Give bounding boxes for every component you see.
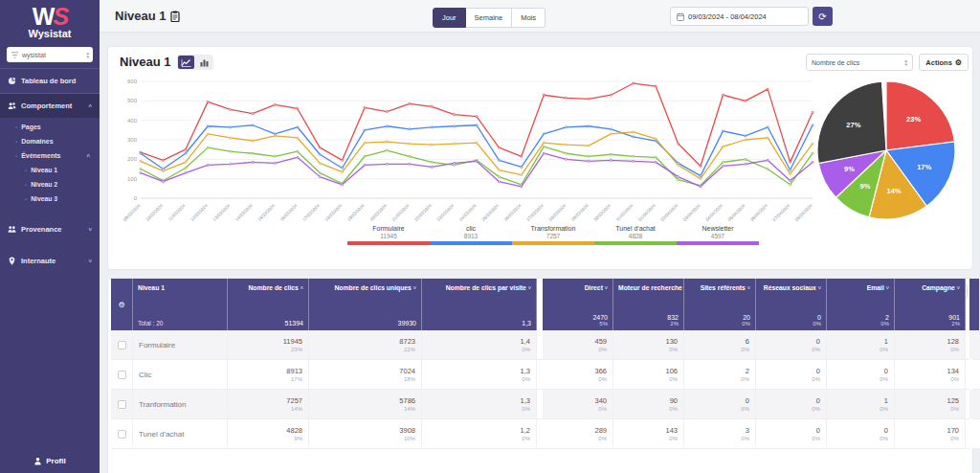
sidebar-item-domaines[interactable]: ◦Domaines: [0, 134, 100, 148]
svg-text:12/03/2024: 12/03/2024: [189, 203, 209, 222]
source-cell: 20%: [684, 360, 756, 389]
column-header[interactable]: Email ˅ 20%: [827, 279, 895, 330]
profile-button[interactable]: Profil: [0, 457, 100, 465]
source-cell: 4590%: [543, 330, 613, 359]
svg-text:28/03/2024: 28/03/2024: [548, 203, 568, 222]
calendar-icon: [677, 12, 684, 21]
svg-text:23/03/2024: 23/03/2024: [436, 203, 456, 222]
sidebar-item-evenements[interactable]: ◦Événements˄: [0, 148, 100, 163]
date-range-input[interactable]: 09/03/2024 - 08/04/2024: [670, 7, 809, 26]
sidebar-item-label: Provenance: [21, 225, 62, 234]
sidebar-item-comportement[interactable]: Comportement ˄: [0, 94, 100, 118]
svg-text:600: 600: [127, 79, 138, 84]
column-header[interactable]: Nombre de clics ˄ 51394: [228, 279, 309, 330]
bullet-icon: ◦: [15, 139, 17, 145]
column-header[interactable]: Réseaux sociaux ˅ 00%: [756, 279, 827, 330]
table-row[interactable]: Formulaire1194523%872322%1,40%4590%1300%…: [111, 330, 969, 360]
legend-item[interactable]: Transformation 7257: [512, 225, 594, 245]
gear-icon: ⚙: [118, 301, 124, 309]
sidebar: WS Wysistat wysistat ▴▾ Tableau de bord …: [0, 0, 100, 473]
refresh-button[interactable]: ⟳: [813, 7, 833, 26]
legend-label: Formulaire: [347, 225, 430, 232]
source-cell: 00%: [827, 419, 895, 448]
svg-text:400: 400: [127, 118, 138, 124]
sidebar-item-niveau-1[interactable]: ◦Niveau 1: [0, 163, 100, 177]
logo-mark: WS: [0, 5, 100, 28]
bar-chart-toggle[interactable]: [196, 56, 212, 69]
metric-cell: 1,20%: [422, 419, 537, 448]
legend-value: 4597: [677, 233, 759, 239]
period-button-jour[interactable]: Jour: [433, 8, 466, 28]
metric-cell: 1,30%: [422, 360, 537, 389]
sidebar-item-pages[interactable]: ◦Pages: [0, 120, 100, 134]
sidebar-item-label: Internaute: [21, 257, 56, 265]
column-header[interactable]: Campagne ˅ 9012%: [895, 279, 966, 330]
metric-cell: 872322%: [309, 330, 422, 359]
legend-item[interactable]: clic 8913: [430, 225, 512, 245]
bullet-icon: ◦: [25, 196, 27, 202]
column-settings-header[interactable]: ⚙: [111, 279, 133, 330]
sidebar-item-niveau-3[interactable]: ◦Niveau 3: [0, 191, 100, 206]
logo[interactable]: WS Wysistat: [0, 0, 100, 39]
actions-label: Actions: [925, 58, 952, 67]
column-header[interactable]: Direct ˅ 24705%: [543, 279, 613, 330]
row-checkbox[interactable]: [118, 371, 126, 379]
sidebar-item-internaute[interactable]: Internaute ˅: [0, 249, 100, 273]
legend-item[interactable]: Tunel d'achat 4828: [594, 225, 677, 245]
svg-text:27%: 27%: [846, 121, 860, 129]
sidebar-item-label: Niveau 2: [31, 181, 57, 188]
bullet-icon: ◦: [25, 168, 27, 173]
sidebar-item-niveau-2[interactable]: ◦Niveau 2: [0, 177, 100, 191]
column-header[interactable]: Moteur de recherche ˅ 8322%: [613, 279, 684, 330]
period-button-semaine[interactable]: Semaine: [466, 8, 513, 28]
svg-text:16/03/2024: 16/03/2024: [279, 203, 299, 222]
chevron-down-icon: ˅: [88, 227, 92, 233]
svg-text:24/03/2024: 24/03/2024: [458, 203, 478, 222]
row-checkbox[interactable]: [118, 341, 126, 349]
source-cell: 1250%: [895, 390, 966, 418]
clipboard-icon[interactable]: [170, 11, 180, 22]
row-checkbox[interactable]: [118, 430, 126, 439]
site-select[interactable]: wysistat ▴▾: [7, 47, 93, 62]
column-header[interactable]: Nombre de clics par visite ˅ 1,3: [422, 279, 537, 330]
row-name-cell: Formulaire: [133, 330, 228, 359]
row-checkbox[interactable]: [118, 400, 126, 409]
svg-text:300: 300: [127, 137, 138, 143]
column-header[interactable]: Sites référents ˅ 200%: [684, 279, 756, 330]
cut-cell: [969, 419, 980, 448]
date-range-value: 09/03/2024 - 08/04/2024: [688, 12, 767, 21]
line-chart[interactable]: 010020030040050060009/03/202410/03/20241…: [112, 74, 820, 232]
table-row[interactable]: Tunel d'achat48289%390810%1,20%2890%1430…: [111, 419, 969, 449]
table-row[interactable]: Clic891317%702418%1,30%3660%1060%20%00%0…: [111, 360, 969, 390]
source-cell: 900%: [613, 390, 684, 418]
person-icon: [33, 457, 42, 465]
legend-item[interactable]: Formulaire 11945: [347, 225, 430, 245]
sidebar-item-provenance[interactable]: Provenance ˅: [0, 217, 100, 241]
svg-text:15/03/2024: 15/03/2024: [256, 203, 276, 222]
svg-text:21/03/2024: 21/03/2024: [391, 203, 411, 222]
chart-metric-select[interactable]: Nombre de clics ▴▾: [806, 54, 913, 71]
metric-cell: 1,40%: [422, 330, 537, 359]
actions-button[interactable]: Actions ⚙: [919, 54, 969, 71]
svg-text:19/03/2024: 19/03/2024: [346, 203, 366, 222]
table-row[interactable]: Tranformation725714%578614%1,30%3400%900…: [111, 390, 969, 419]
svg-text:500: 500: [127, 98, 138, 103]
chart-metric-value: Nombre de clics: [812, 59, 904, 66]
svg-text:22/03/2024: 22/03/2024: [413, 203, 433, 222]
sidebar-item-tableau-de-bord[interactable]: Tableau de bord: [0, 69, 100, 93]
row-select-cell: [111, 360, 133, 389]
source-cell: 1060%: [613, 360, 684, 389]
svg-text:03/04/2024: 03/04/2024: [682, 203, 702, 222]
metric-cell: 1,30%: [422, 390, 537, 418]
pie-chart[interactable]: 23%17%14%9%9%27%: [813, 78, 959, 223]
topbar: Niveau 1 Jour Semaine Mois 09/03/2024 - …: [100, 0, 980, 33]
bullet-icon: ◦: [15, 153, 17, 159]
sidebar-submenu: ◦Pages ◦Domaines ◦Événements˄ ◦Niveau 1 …: [0, 118, 100, 210]
period-button-mois[interactable]: Mois: [512, 8, 546, 28]
column-header[interactable]: Niveau 1 Total : 20: [133, 279, 228, 330]
legend-item[interactable]: Newsletter 4597: [677, 225, 759, 245]
source-cell: 3660%: [543, 360, 613, 389]
column-header[interactable]: Nombre de clics uniques ˅ 39930: [309, 279, 422, 330]
line-chart-toggle[interactable]: [178, 56, 194, 69]
logo-w: W: [33, 3, 54, 30]
